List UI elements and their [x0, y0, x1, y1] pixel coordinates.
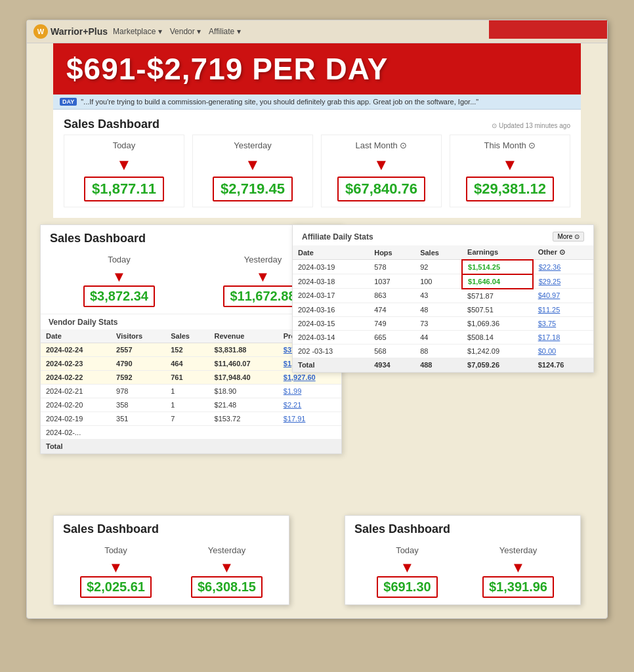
nav-marketplace[interactable]: Marketplace ▾ [113, 27, 162, 36]
bottom-left-header: Sales Dashboard [54, 516, 289, 541]
brand-name: Warrior+Plus [51, 26, 108, 37]
aff-row-date: 2024-03-14 [293, 330, 369, 344]
aff-row-sales: 88 [415, 344, 462, 358]
bottom-right-stats: Today ▼ $691.30 Yesterday ▼ $1,391.96 [345, 541, 580, 604]
affiliate-panel-title: Affiliate Daily Stats [302, 232, 373, 242]
vendor-row-sales: 7 [165, 412, 209, 426]
vendor-row-date: 2024-02-... [41, 426, 111, 440]
nav-affiliate[interactable]: Affiliate ▾ [209, 27, 240, 36]
aff-row-sales: 44 [415, 330, 462, 344]
browser-nav: W Warrior+Plus Marketplace ▾ Vendor ▾ Af… [27, 20, 607, 43]
vendor-row-profit: $1.99 [278, 385, 341, 398]
aff-row-sales: 100 [415, 274, 462, 289]
vendor-row-date: 2024-02-24 [41, 343, 111, 357]
vendor-row-revenue: $21.48 [209, 398, 278, 412]
aff-row-date: 2024-03-18 [293, 274, 369, 289]
bottom-left-yesterday: Yesterday ▼ $6,308.15 [174, 545, 280, 598]
vendor-row-date: 2024-02-21 [41, 385, 111, 398]
vendor-row-visitors: 978 [111, 385, 165, 398]
stat-last-month: Last Month ⊙ ▼ $67,840.76 [321, 135, 442, 207]
aff-row-date: 2024-03-17 [293, 289, 369, 303]
bottom-right-panel: Sales Dashboard Today ▼ $691.30 Yesterda… [345, 515, 581, 605]
vendor-row-date: 2024-02-19 [41, 412, 111, 426]
stat-yesterday: Yesterday ▼ $2,719.45 [192, 135, 313, 207]
affiliate-more-button[interactable]: More ⊙ [553, 232, 584, 242]
stat-this-month: This Month ⊙ ▼ $29,381.12 [450, 135, 570, 207]
affiliate-table: Date Hops Sales Earnings Other ⊙ 2024-03… [293, 245, 593, 372]
aff-row-other: $22.36 [533, 260, 593, 274]
red-cover-bar [489, 20, 607, 39]
affiliate-table-row: 2024-03-15 749 73 $1,069.36 $3.75 [293, 316, 593, 330]
stat-today-label: Today [70, 140, 179, 150]
logo-circle: W [33, 24, 48, 39]
bottom-right-title: Sales Dashboard [354, 522, 571, 536]
vendor-stat-today: Today ▼ $3,872.34 [50, 255, 188, 307]
aff-row-earnings: $508.14 [462, 330, 533, 344]
vendor-row-date: 2024-02-23 [41, 357, 111, 371]
aff-row-earnings: $1,069.36 [462, 316, 533, 330]
bottom-right-header: Sales Dashboard [345, 516, 580, 541]
browser-window: W Warrior+Plus Marketplace ▾ Vendor ▾ Af… [26, 20, 608, 619]
vendor-table-row: 2024-02-21 978 1 $18.90 $1.99 [41, 385, 341, 398]
arrow-bl-today: ▼ [63, 559, 169, 576]
affiliate-table-head-row: Date Hops Sales Earnings Other ⊙ [293, 245, 593, 260]
aff-col-earnings: Earnings [462, 245, 533, 260]
bottom-right-yesterday-value: $1,391.96 [482, 576, 554, 598]
affiliate-table-row: 2024-03-14 665 44 $508.14 $17.18 [293, 330, 593, 344]
aff-row-hops: 578 [369, 260, 415, 274]
col-revenue: Revenue [209, 329, 278, 343]
bottom-right-yesterday: Yesterday ▼ $1,391.96 [465, 545, 571, 598]
vendor-row-date: 2024-02-22 [41, 371, 111, 385]
vendor-row-sales: 464 [165, 357, 209, 371]
vendor-row-sales: 1 [165, 385, 209, 398]
aff-row-earnings: $1,514.25 [462, 260, 533, 274]
vendor-today-value: $3,872.34 [83, 285, 155, 307]
vendor-row-revenue [209, 426, 278, 440]
bottom-left-today-value: $2,025.61 [80, 576, 152, 598]
aff-col-other: Other ⊙ [533, 245, 593, 260]
vendor-total-row: Total [41, 440, 341, 453]
vendor-row-sales: 761 [165, 371, 209, 385]
vendor-yesterday-value: $11,672.88 [223, 285, 302, 307]
bottom-right-today-label: Today [354, 545, 460, 555]
arrow-this-month: ▼ [455, 156, 564, 174]
aff-row-earnings: $571.87 [462, 289, 533, 303]
aff-row-hops: 749 [369, 316, 415, 330]
main-dashboard-title: Sales Dashboard [64, 117, 159, 131]
aff-row-earnings: $1,242.09 [462, 344, 533, 358]
arrow-bl-yesterday: ▼ [174, 559, 280, 576]
vendor-row-visitors: 358 [111, 398, 165, 412]
bottom-left-title: Sales Dashboard [63, 522, 280, 536]
aff-col-sales: Sales [415, 245, 462, 260]
bottom-left-today: Today ▼ $2,025.61 [63, 545, 169, 598]
arrow-br-today: ▼ [354, 559, 460, 576]
vendor-table-row: 2024-02-... [41, 426, 341, 440]
col-date: Date [41, 329, 111, 343]
bottom-right-today-value: $691.30 [377, 576, 437, 598]
vendor-table-row: 2024-02-20 358 1 $21.48 $2.21 [41, 398, 341, 412]
arrow-br-yesterday: ▼ [465, 559, 571, 576]
vendor-row-visitors: 4790 [111, 357, 165, 371]
vendor-row-revenue: $17,948.40 [209, 371, 278, 385]
stat-this-month-value: $29,381.12 [466, 177, 554, 201]
aff-row-other: $40.97 [533, 289, 593, 303]
aff-row-sales: 48 [415, 303, 462, 316]
aff-row-hops: 1037 [369, 274, 415, 289]
panels-container: Sales Dashboard Today ▼ $3,872.34 Yester… [40, 224, 594, 605]
aff-row-hops: 665 [369, 330, 415, 344]
aff-row-other: $17.18 [533, 330, 593, 344]
bottom-left-yesterday-value: $6,308.15 [191, 576, 263, 598]
aff-row-other: $29.25 [533, 274, 593, 289]
vendor-table-row: 2024-02-19 351 7 $153.72 $17.91 [41, 412, 341, 426]
vendor-table-title: Vendor Daily Stats [49, 318, 117, 327]
vendor-row-sales [165, 426, 209, 440]
arrow-today: ▼ [70, 156, 179, 174]
quote-bar: DAY "...If you're trying to build a comm… [53, 94, 581, 110]
aff-col-hops: Hops [369, 245, 415, 260]
vendor-row-visitors: 7592 [111, 371, 165, 385]
bottom-right-yesterday-label: Yesterday [465, 545, 571, 555]
stat-today: Today ▼ $1,877.11 [64, 135, 184, 207]
nav-vendor[interactable]: Vendor ▾ [170, 27, 201, 36]
vendor-total-label: Total [41, 440, 341, 453]
aff-row-other: $11.25 [533, 303, 593, 316]
